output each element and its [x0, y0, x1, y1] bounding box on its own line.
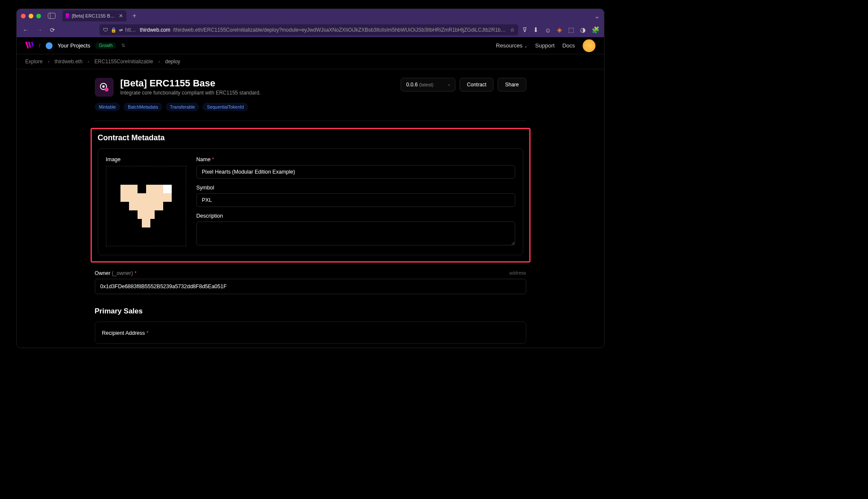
svg-rect-6 [120, 193, 172, 202]
recipient-label: Recipient Address * [102, 330, 149, 336]
breadcrumb-item[interactable]: ERC1155CoreInitializable [94, 59, 153, 65]
breadcrumb-item[interactable]: thirdweb.eth [55, 59, 82, 65]
close-tab-icon[interactable]: ✕ [119, 13, 123, 19]
share-button[interactable]: Share [498, 78, 526, 92]
contract-button[interactable]: Contract [460, 78, 493, 92]
tag-transferable[interactable]: Transferable [166, 103, 199, 111]
bookmark-icon[interactable]: ☆ [510, 27, 515, 33]
tag-mintable[interactable]: Mintable [95, 103, 120, 111]
svg-rect-8 [138, 210, 155, 219]
support-link[interactable]: Support [535, 42, 555, 49]
name-input[interactable] [196, 165, 515, 179]
contract-subtitle: Integrate core functionality compliant w… [120, 90, 261, 96]
user-avatar[interactable] [583, 39, 595, 52]
primary-sales-section: Primary Sales Recipient Address * [95, 307, 526, 344]
tag-sequentialtokenid[interactable]: SequentialTokenId [202, 103, 248, 111]
tag-batchmetadata[interactable]: BatchMetadata [123, 103, 162, 111]
chevron-right-icon: › [158, 59, 160, 65]
symbol-label: Symbol [196, 185, 515, 191]
account-icon[interactable]: ☺ [545, 27, 551, 34]
tab-favicon [66, 13, 69, 18]
name-label: Name * [196, 156, 515, 162]
browser-titlebar: [Beta] ERC1155 Base | Publishe ✕ + ⌄ [17, 9, 604, 23]
window-buttons [21, 14, 41, 18]
description-input[interactable] [196, 221, 515, 245]
project-avatar [46, 42, 53, 49]
contract-icon [95, 78, 114, 97]
thirdweb-logo[interactable] [25, 42, 34, 50]
window-minimize-button[interactable] [29, 14, 33, 18]
growth-badge: Growth [95, 42, 116, 49]
svg-rect-7 [129, 202, 163, 210]
breadcrumb: Explore › thirdweb.eth › ERC1155CoreInit… [17, 54, 604, 69]
contract-header: [Beta] ERC1155 Base Integrate core funct… [95, 78, 526, 97]
svg-point-2 [104, 88, 108, 92]
puzzle-icon[interactable]: 🧩 [592, 26, 600, 34]
metamask-icon[interactable]: ◈ [557, 26, 562, 34]
chevron-right-icon: › [48, 59, 50, 65]
browser-tab[interactable]: [Beta] ERC1155 Base | Publishe ✕ [62, 10, 126, 21]
primary-sales-title: Primary Sales [95, 307, 526, 316]
image-label: Image [106, 156, 186, 162]
sidebar-toggle-icon[interactable] [48, 13, 56, 19]
pixel-heart-image [120, 185, 172, 227]
download-icon[interactable]: ⬇ [533, 26, 539, 34]
new-tab-button[interactable]: + [130, 12, 139, 20]
selector-arrows-icon[interactable]: ⇅ [121, 43, 125, 48]
metadata-card: Image [98, 148, 523, 255]
shield-icon[interactable]: 🛡 [103, 27, 108, 33]
lock-icon: 🔒 [111, 27, 117, 33]
breadcrumb-item[interactable]: deploy [165, 59, 180, 65]
resources-link[interactable]: Resources ⌄ [496, 42, 528, 49]
owner-section: Owner (_owner) * address [95, 270, 526, 294]
chevron-right-icon: › [88, 59, 89, 65]
chevron-down-icon[interactable]: ⌄ [594, 12, 600, 20]
project-selector[interactable]: Your Projects [58, 42, 91, 49]
browser-url-bar: ← → ⟳ 🛡 🔒 ⇄ https:// thirdweb.com /third… [17, 23, 604, 37]
forward-button[interactable]: → [35, 27, 44, 33]
reload-button[interactable]: ⟳ [48, 27, 57, 33]
svg-rect-3 [120, 185, 138, 193]
svg-rect-5 [163, 185, 172, 193]
version-select[interactable]: 0.0.6 (latest) ⌄ [401, 78, 455, 92]
owner-type-label: address [509, 270, 526, 276]
permissions-icon[interactable]: ⇄ [119, 28, 123, 32]
extension2-icon[interactable]: ◑ [580, 26, 586, 34]
svg-rect-9 [142, 219, 150, 227]
symbol-input[interactable] [196, 193, 515, 207]
breadcrumb-item[interactable]: Explore [25, 59, 43, 65]
contract-title: [Beta] ERC1155 Base [120, 78, 261, 89]
recipient-card: Recipient Address * [95, 322, 526, 344]
description-label: Description [196, 213, 515, 219]
svg-point-1 [102, 85, 105, 88]
tab-title: [Beta] ERC1155 Base | Publishe [72, 13, 116, 18]
window-maximize-button[interactable] [36, 14, 41, 18]
svg-rect-4 [146, 185, 163, 193]
image-dropzone[interactable] [106, 166, 186, 246]
back-button[interactable]: ← [21, 27, 30, 33]
pocket-icon[interactable]: ⊽ [522, 26, 527, 34]
contract-metadata-highlight: Contract Metadata Image [91, 128, 531, 263]
window-close-button[interactable] [21, 14, 26, 18]
url-field[interactable]: 🛡 🔒 ⇄ https:// thirdweb.com /thirdweb.et… [100, 24, 518, 35]
owner-label: Owner (_owner) * [95, 270, 137, 276]
owner-input[interactable] [95, 279, 526, 294]
extension-icon[interactable]: ⬚ [568, 26, 574, 34]
contract-tags: Mintable BatchMetadata Transferable Sequ… [95, 103, 526, 111]
app-header: / Your Projects Growth ⇅ Resources ⌄ Sup… [17, 37, 604, 54]
section-title: Contract Metadata [98, 133, 523, 142]
chevron-down-icon: ⌄ [447, 82, 451, 86]
docs-link[interactable]: Docs [562, 42, 575, 49]
